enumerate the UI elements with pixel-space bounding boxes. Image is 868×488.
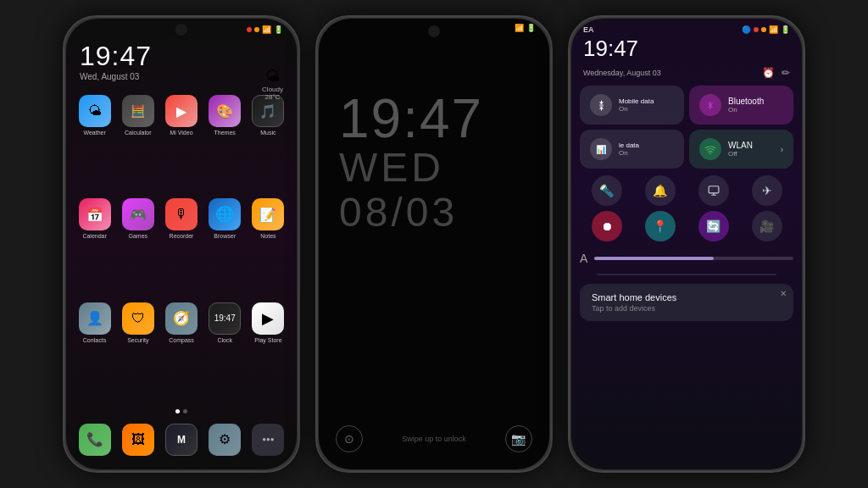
svg-rect-2 bbox=[709, 186, 719, 193]
app-recorder[interactable]: 🎙 Recorder bbox=[163, 198, 199, 295]
smart-home-card[interactable]: ✕ Smart home devices Tap to add devices bbox=[580, 284, 793, 321]
app-label-compass: Compass bbox=[169, 337, 194, 343]
cc-user-initials: EA bbox=[583, 25, 594, 34]
dock-more[interactable]: ●●● bbox=[250, 424, 287, 456]
app-clock[interactable]: 19:47 Clock bbox=[207, 302, 243, 399]
brightness-bar[interactable] bbox=[594, 257, 793, 260]
app-icon-notes: 📝 bbox=[252, 198, 284, 230]
home-time: 19:47 bbox=[80, 41, 283, 72]
page-dots bbox=[66, 406, 297, 417]
battery-icon-2: 🔋 bbox=[526, 24, 536, 32]
app-weather[interactable]: 🌤 Weather bbox=[76, 95, 113, 191]
app-themes[interactable]: 🎨 Themes bbox=[207, 95, 243, 191]
bluetooth-label: Bluetooth bbox=[728, 97, 764, 106]
cc-dot-red bbox=[754, 27, 759, 32]
cc-date-row: Wednesday, August 03 ⏰ ✏ bbox=[571, 67, 802, 86]
ledata-label: le data bbox=[619, 141, 639, 149]
app-label-contacts: Contacts bbox=[83, 337, 107, 343]
app-icon-security: 🛡 bbox=[122, 302, 154, 335]
cc-status-icons: 🔵 📶 🔋 bbox=[742, 25, 790, 34]
phone-1: 📶 🔋 19:47 Wed, August 03 🌤 Cloudy 28°C 🌤 bbox=[63, 15, 300, 473]
app-label-weather: Weather bbox=[83, 130, 105, 136]
cc-time: 19:47 bbox=[571, 36, 802, 67]
mobile-data-info: Mobile data On bbox=[619, 97, 654, 113]
ledata-info: le data On bbox=[619, 141, 639, 157]
app-security[interactable]: 🛡 Security bbox=[120, 302, 156, 399]
edit-icon[interactable]: ✏ bbox=[782, 67, 790, 79]
fingerprint-button[interactable]: ⊙ bbox=[336, 425, 363, 452]
cc-tile-wlan[interactable]: WLAN Off › bbox=[689, 130, 793, 169]
video-button[interactable]: 🎥 bbox=[752, 211, 782, 241]
mobile-data-label: Mobile data bbox=[619, 97, 654, 105]
dock-settings[interactable]: ⚙ bbox=[207, 424, 243, 456]
app-browser[interactable]: 🌐 Browser bbox=[207, 198, 243, 295]
airplane-button[interactable]: ✈ bbox=[752, 175, 782, 206]
alarm-icon[interactable]: ⏰ bbox=[762, 67, 775, 79]
app-icon-weather: 🌤 bbox=[79, 95, 111, 127]
lock-rotation-button[interactable]: 🔄 bbox=[698, 211, 729, 241]
app-label-mivideo: Mi Video bbox=[170, 130, 192, 136]
smart-home-close[interactable]: ✕ bbox=[780, 289, 787, 298]
app-music[interactable]: 🎵 Music bbox=[250, 95, 287, 191]
record-button[interactable]: ⏺ bbox=[592, 211, 622, 241]
home-date: Wed, August 03 bbox=[80, 72, 283, 81]
app-games[interactable]: 🎮 Games bbox=[120, 198, 156, 295]
app-calculator[interactable]: 🧮 Calculator bbox=[120, 95, 156, 191]
cc-status-bar: EA 🔵 📶 🔋 bbox=[571, 19, 802, 36]
ledata-status: On bbox=[619, 149, 639, 157]
weather-widget: 🌤 Cloudy 28°C bbox=[262, 68, 283, 101]
lock-day: WED bbox=[339, 146, 529, 191]
cc-signal-icon: 📶 bbox=[769, 25, 778, 34]
signal-icon: 📶 bbox=[262, 25, 271, 34]
cc-tile-bluetooth[interactable]: Bluetooth On bbox=[689, 86, 793, 125]
app-notes[interactable]: 📝 Notes bbox=[250, 198, 287, 295]
battery-icon: 🔋 bbox=[274, 25, 283, 34]
mobile-data-status: On bbox=[619, 105, 654, 113]
phone-2: 📶 🔋 19:47 WED 08/03 ⊙ Swipe up to unlock… bbox=[315, 15, 553, 473]
svg-point-1 bbox=[709, 152, 711, 154]
weather-desc: Cloudy bbox=[262, 86, 283, 93]
wlan-info: WLAN Off bbox=[728, 141, 753, 158]
app-label-themes: Themes bbox=[214, 130, 236, 136]
cc-tiles-row2: 📊 le data On bbox=[571, 130, 802, 169]
dock-icon-gallery: 🖼 bbox=[122, 424, 154, 456]
dock-phone[interactable]: 📞 bbox=[76, 424, 113, 456]
cc-dot-orange bbox=[761, 27, 766, 32]
bell-button[interactable]: 🔔 bbox=[645, 175, 676, 206]
app-icon-recorder: 🎙 bbox=[165, 198, 198, 230]
signal-icon-2: 📶 bbox=[515, 24, 524, 32]
page-dot-1 bbox=[175, 409, 180, 413]
wlan-status: Off bbox=[728, 150, 753, 158]
app-calendar[interactable]: 📅 Calendar bbox=[76, 198, 113, 295]
cc-quick-row2: ⏺ 📍 🔄 🎥 bbox=[571, 211, 802, 248]
dock-icon-more: ●●● bbox=[252, 424, 284, 456]
dock-icon-mi: M bbox=[165, 424, 198, 456]
app-icon-browser: 🌐 bbox=[209, 198, 241, 230]
dock-mi[interactable]: M bbox=[163, 424, 199, 456]
cc-tile-data[interactable]: Mobile data On bbox=[580, 86, 684, 125]
swipe-hint: Swipe up to unlock bbox=[402, 435, 466, 443]
app-mivideo[interactable]: ▶ Mi Video bbox=[163, 95, 199, 191]
app-grid-row3: 👤 Contacts 🛡 Security 🧭 Compass 19:47 Cl… bbox=[66, 302, 297, 406]
flashlight-button[interactable]: 🔦 bbox=[592, 175, 622, 206]
app-contacts[interactable]: 👤 Contacts bbox=[76, 302, 113, 399]
bt-status-icon: 🔵 bbox=[742, 25, 751, 34]
svg-rect-0 bbox=[599, 103, 603, 106]
app-icon-contacts: 👤 bbox=[79, 302, 111, 335]
ledata-icon: 📊 bbox=[590, 138, 612, 160]
app-label-playstore: Play Store bbox=[254, 337, 281, 343]
screen-button[interactable] bbox=[698, 175, 729, 206]
status-bar-1: 📶 🔋 bbox=[66, 19, 297, 37]
camera-shortcut[interactable]: 📷 bbox=[505, 425, 532, 452]
app-grid-row2: 📅 Calendar 🎮 Games 🎙 Recorder 🌐 Browser … bbox=[66, 198, 297, 302]
front-camera-1 bbox=[175, 24, 187, 36]
app-playstore[interactable]: ▶ Play Store bbox=[250, 302, 287, 399]
app-compass[interactable]: 🧭 Compass bbox=[163, 302, 199, 399]
mobile-data-icon bbox=[590, 94, 612, 116]
status-dot-red bbox=[247, 27, 252, 32]
wlan-icon bbox=[699, 138, 721, 160]
dock-gallery[interactable]: 🖼 bbox=[120, 424, 156, 456]
app-icon-mivideo: ▶ bbox=[165, 95, 198, 127]
cc-tile-ledata[interactable]: 📊 le data On bbox=[580, 130, 684, 169]
location-button[interactable]: 📍 bbox=[645, 211, 676, 241]
